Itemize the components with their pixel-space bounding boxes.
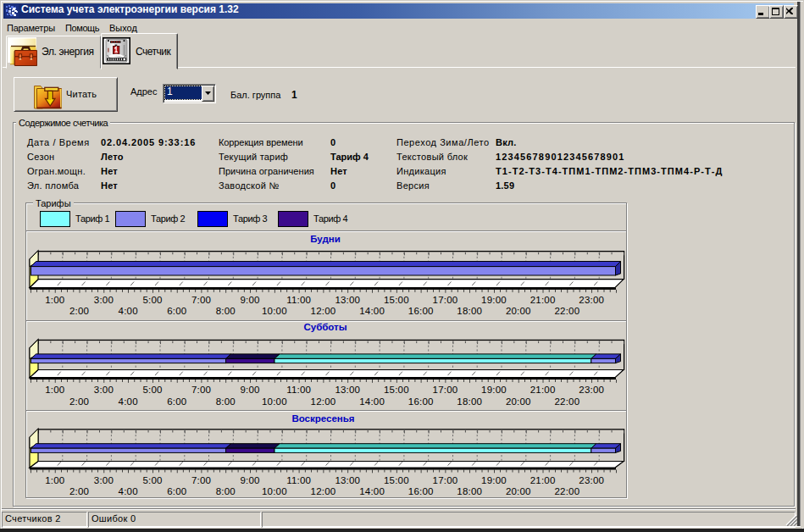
svg-text:21:00: 21:00 bbox=[530, 295, 556, 305]
svg-text:22:00: 22:00 bbox=[555, 486, 580, 496]
svg-text:12:00: 12:00 bbox=[311, 396, 336, 407]
svg-text:16:00: 16:00 bbox=[408, 306, 434, 316]
svg-text:Воскресенья: Воскресенья bbox=[291, 413, 354, 424]
svg-text:17:00: 17:00 bbox=[433, 385, 458, 395]
svg-text:1:00: 1:00 bbox=[45, 385, 64, 395]
svg-text:2:00: 2:00 bbox=[69, 396, 89, 407]
svg-text:14:00: 14:00 bbox=[359, 486, 385, 496]
svg-text:15:00: 15:00 bbox=[384, 385, 409, 395]
svg-text:5:00: 5:00 bbox=[142, 385, 162, 395]
svg-text:13:00: 13:00 bbox=[335, 475, 360, 485]
svg-text:5:00: 5:00 bbox=[142, 295, 162, 305]
svg-text:15:00: 15:00 bbox=[384, 295, 409, 305]
svg-text:14:00: 14:00 bbox=[359, 396, 385, 407]
svg-text:7:00: 7:00 bbox=[191, 385, 211, 395]
svg-text:7:00: 7:00 bbox=[191, 475, 211, 485]
svg-text:7:00: 7:00 bbox=[191, 295, 211, 305]
svg-text:3:00: 3:00 bbox=[94, 295, 114, 305]
svg-text:4:00: 4:00 bbox=[119, 306, 138, 316]
svg-text:8:00: 8:00 bbox=[216, 396, 236, 407]
svg-text:21:00: 21:00 bbox=[530, 475, 556, 485]
svg-text:17:00: 17:00 bbox=[433, 475, 458, 485]
svg-text:17:00: 17:00 bbox=[433, 295, 458, 305]
svg-text:18:00: 18:00 bbox=[457, 486, 482, 496]
svg-text:20:00: 20:00 bbox=[506, 396, 531, 407]
svg-text:8:00: 8:00 bbox=[216, 306, 236, 316]
svg-text:20:00: 20:00 bbox=[506, 306, 531, 316]
svg-text:10:00: 10:00 bbox=[262, 486, 287, 496]
svg-text:9:00: 9:00 bbox=[241, 295, 260, 305]
svg-text:9:00: 9:00 bbox=[241, 475, 260, 485]
svg-text:23:00: 23:00 bbox=[579, 385, 604, 395]
svg-text:15:00: 15:00 bbox=[384, 475, 409, 485]
svg-text:18:00: 18:00 bbox=[457, 306, 482, 316]
svg-text:19:00: 19:00 bbox=[481, 475, 507, 485]
svg-text:23:00: 23:00 bbox=[579, 475, 604, 485]
svg-text:8:00: 8:00 bbox=[216, 486, 236, 496]
svg-text:2:00: 2:00 bbox=[69, 486, 89, 496]
svg-text:6:00: 6:00 bbox=[167, 396, 186, 407]
svg-text:4:00: 4:00 bbox=[119, 486, 138, 496]
svg-text:9:00: 9:00 bbox=[241, 385, 260, 395]
svg-text:11:00: 11:00 bbox=[286, 385, 311, 395]
svg-text:14:00: 14:00 bbox=[359, 306, 385, 316]
svg-text:12:00: 12:00 bbox=[311, 306, 336, 316]
svg-text:11:00: 11:00 bbox=[286, 295, 311, 305]
svg-text:16:00: 16:00 bbox=[408, 396, 434, 407]
svg-text:13:00: 13:00 bbox=[335, 385, 360, 395]
svg-text:16:00: 16:00 bbox=[408, 486, 434, 496]
svg-text:19:00: 19:00 bbox=[481, 385, 507, 395]
svg-text:22:00: 22:00 bbox=[555, 306, 580, 316]
svg-text:3:00: 3:00 bbox=[94, 475, 114, 485]
svg-text:3:00: 3:00 bbox=[94, 385, 114, 395]
svg-text:5:00: 5:00 bbox=[142, 475, 162, 485]
svg-text:10:00: 10:00 bbox=[262, 396, 287, 407]
svg-text:Будни: Будни bbox=[310, 234, 341, 244]
svg-text:1:00: 1:00 bbox=[45, 475, 64, 485]
svg-text:6:00: 6:00 bbox=[167, 306, 186, 316]
svg-text:11:00: 11:00 bbox=[286, 475, 311, 485]
svg-text:6:00: 6:00 bbox=[167, 486, 186, 496]
svg-text:19:00: 19:00 bbox=[481, 295, 507, 305]
svg-text:20:00: 20:00 bbox=[506, 486, 531, 496]
svg-text:12:00: 12:00 bbox=[311, 486, 336, 496]
svg-text:21:00: 21:00 bbox=[530, 385, 556, 395]
svg-text:23:00: 23:00 bbox=[579, 295, 604, 305]
svg-text:Субботы: Субботы bbox=[303, 322, 347, 332]
svg-text:13:00: 13:00 bbox=[335, 295, 360, 305]
svg-text:10:00: 10:00 bbox=[262, 306, 287, 316]
svg-text:4:00: 4:00 bbox=[119, 396, 138, 407]
svg-text:1:00: 1:00 bbox=[45, 295, 64, 305]
svg-text:22:00: 22:00 bbox=[555, 396, 580, 407]
svg-text:2:00: 2:00 bbox=[69, 306, 89, 316]
svg-text:18:00: 18:00 bbox=[457, 396, 482, 407]
